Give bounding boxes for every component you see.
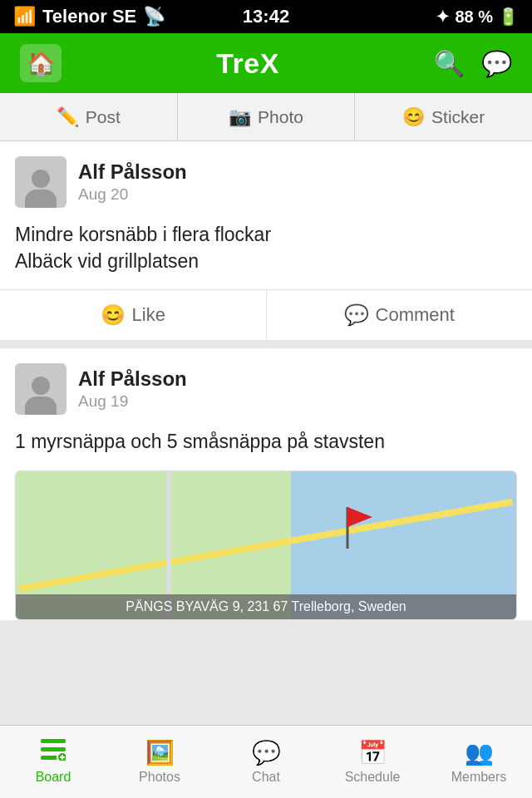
post-header: Alf Pålsson Aug 20 [0,141,532,216]
comment-icon: 💬 [344,303,369,327]
tab-board-label: Board [36,770,71,785]
chat-bubble-icon[interactable]: 💬 [481,49,512,78]
board-icon [41,739,66,766]
pencil-icon: ✏️ [57,106,79,128]
svg-marker-1 [347,507,372,527]
sticker-icon: 😊 [402,106,425,128]
top-nav: 🏠 TreX 🔍 💬 [0,33,532,93]
post-meta: Alf Pålsson Aug 19 [78,367,187,411]
photos-icon: 🖼️ [145,739,175,766]
map-flag [341,504,376,554]
wifi-icon: 📡 [143,6,165,27]
post-header: Alf Pålsson Aug 19 [0,348,532,423]
carrier-name: Telenor SE [42,6,136,27]
status-time: 13:42 [243,6,289,27]
map-preview[interactable]: PÄNGS BYAVÄG 9, 231 67 Trelleborg, Swede… [15,470,517,620]
post-body: 1 myrsnäppa och 5 småsnäppa på stavsten [0,423,532,470]
post-author: Alf Pålsson [78,160,187,184]
app-title: TreX [216,47,279,80]
tab-post-label: Post [86,107,121,127]
post-author: Alf Pålsson [78,367,187,391]
chat-icon: 💬 [252,739,281,766]
map-bg: PÄNGS BYAVÄG 9, 231 67 Trelleborg, Swede… [16,471,516,619]
bottom-tabs: Board 🖼️ Photos 💬 Chat 📅 Schedule 👥 Memb… [0,725,532,798]
home-icon: 🏠 [27,50,56,77]
post-card: Alf Pålsson Aug 20 Mindre korsnäbb i fle… [0,141,532,340]
comment-label: Comment [376,304,455,326]
post-actions: 😊 Like 💬 Comment [0,289,532,340]
schedule-icon: 📅 [358,739,387,766]
tab-members[interactable]: 👥 Members [426,726,532,798]
status-right: ✦ 88 % 🔋 [436,7,519,27]
tab-photo-label: Photo [258,107,303,127]
status-left: 📶 Telenor SE 📡 [13,6,165,27]
tab-photos[interactable]: 🖼️ Photos [106,726,213,798]
avatar [15,156,66,208]
members-icon: 👥 [465,739,494,766]
like-button[interactable]: 😊 Like [0,290,267,340]
post-card: Alf Pålsson Aug 19 1 myrsnäppa och 5 små… [0,348,532,619]
post-meta: Alf Pålsson Aug 20 [78,160,187,204]
home-button[interactable]: 🏠 [20,44,62,82]
tab-board[interactable]: Board [0,726,106,798]
tab-schedule[interactable]: 📅 Schedule [319,726,426,798]
tab-photo[interactable]: 📷 Photo [178,93,356,140]
tab-chat-label: Chat [252,770,280,785]
location-icon: ✦ [436,7,450,27]
tab-sticker-label: Sticker [431,107,485,127]
battery-icon: 🔋 [498,7,519,27]
tab-photos-label: Photos [139,770,180,785]
battery-text: 88 % [455,7,493,27]
signal-icon: 📶 [13,6,36,27]
map-address: PÄNGS BYAVÄG 9, 231 67 Trelleborg, Swede… [16,594,516,619]
svg-rect-3 [41,747,66,751]
tab-schedule-label: Schedule [345,770,401,785]
feed: Alf Pålsson Aug 20 Mindre korsnäbb i fle… [0,141,532,725]
content-tabs: ✏️ Post 📷 Photo 😊 Sticker [0,93,532,141]
post-date: Aug 19 [78,392,187,411]
like-label: Like [132,304,165,326]
tab-chat[interactable]: 💬 Chat [213,726,319,798]
comment-button[interactable]: 💬 Comment [267,290,533,340]
tab-members-label: Members [451,770,507,785]
tab-sticker[interactable]: 😊 Sticker [355,93,532,140]
svg-rect-2 [41,739,66,743]
camera-icon: 📷 [229,106,251,128]
search-icon[interactable]: 🔍 [434,49,465,78]
avatar [15,363,66,415]
status-bar: 📶 Telenor SE 📡 13:42 ✦ 88 % 🔋 [0,0,532,33]
tab-post[interactable]: ✏️ Post [0,93,178,140]
like-icon: 😊 [101,303,126,327]
post-date: Aug 20 [78,185,187,204]
post-body: Mindre korsnäbb i flera flockarAlbäck vi… [0,216,532,289]
top-nav-icons: 🔍 💬 [434,49,512,78]
